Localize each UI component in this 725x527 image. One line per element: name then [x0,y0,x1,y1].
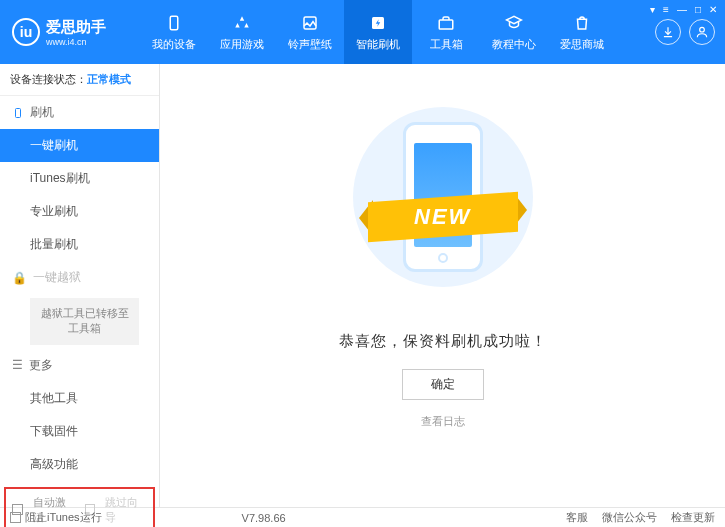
new-badge: NEW [414,204,471,230]
connection-status: 设备连接状态：正常模式 [0,64,159,96]
block-itunes-label: 阻止iTunes运行 [25,510,102,525]
svg-rect-0 [170,16,178,30]
nav-store[interactable]: 爱思商城 [548,0,616,64]
nav-apps[interactable]: 应用游戏 [208,0,276,64]
flash-icon [368,13,388,33]
section-jailbreak: 🔒 一键越狱 [0,261,159,294]
sidebar: 设备连接状态：正常模式 刷机 一键刷机 iTunes刷机 专业刷机 批量刷机 🔒… [0,64,160,507]
logo-icon: iu [12,18,40,46]
nav-my-device[interactable]: 我的设备 [140,0,208,64]
section-more[interactable]: ☰ 更多 [0,349,159,382]
sidebar-item-pro[interactable]: 专业刷机 [0,195,159,228]
nav-ringtones[interactable]: 铃声壁纸 [276,0,344,64]
view-log-link[interactable]: 查看日志 [421,414,465,429]
close-icon[interactable]: ✕ [709,4,717,15]
wallpaper-icon [300,13,320,33]
footer-support[interactable]: 客服 [566,510,588,525]
ok-button[interactable]: 确定 [402,369,484,400]
minimize-icon[interactable]: — [677,4,687,15]
footer-update[interactable]: 检查更新 [671,510,715,525]
svg-point-4 [700,27,705,32]
device-icon [164,13,184,33]
sidebar-item-itunes[interactable]: iTunes刷机 [0,162,159,195]
menu-icon[interactable]: ≡ [663,4,669,15]
download-button[interactable] [655,19,681,45]
svg-rect-5 [16,108,21,117]
nav-toolbox[interactable]: 工具箱 [412,0,480,64]
top-nav: 我的设备 应用游戏 铃声壁纸 智能刷机 工具箱 教程中心 爱思商城 [140,0,655,64]
nav-flash[interactable]: 智能刷机 [344,0,412,64]
phone-icon [12,107,24,119]
sidebar-item-advanced[interactable]: 高级功能 [0,448,159,481]
app-title: 爱思助手 [46,18,106,37]
version: V7.98.66 [242,512,286,524]
toolbox-icon [436,13,456,33]
nav-tutorials[interactable]: 教程中心 [480,0,548,64]
main-content: NEW 恭喜您，保资料刷机成功啦！ 确定 查看日志 [160,64,725,507]
success-illustration: NEW [373,112,513,312]
store-icon [572,13,592,33]
sidebar-item-other[interactable]: 其他工具 [0,382,159,415]
user-button[interactable] [689,19,715,45]
apps-icon [232,13,252,33]
tutorial-icon [504,13,524,33]
more-icon: ☰ [12,358,23,372]
jailbreak-note: 越狱工具已转移至工具箱 [30,298,139,345]
footer-wechat[interactable]: 微信公众号 [602,510,657,525]
block-itunes-checkbox[interactable] [10,512,21,523]
sidebar-item-firmware[interactable]: 下载固件 [0,415,159,448]
svg-rect-3 [439,20,453,29]
header: iu 爱思助手 www.i4.cn 我的设备 应用游戏 铃声壁纸 智能刷机 工具… [0,0,725,64]
app-subtitle: www.i4.cn [46,37,106,47]
logo[interactable]: iu 爱思助手 www.i4.cn [0,18,140,47]
settings-icon[interactable]: ▾ [650,4,655,15]
maximize-icon[interactable]: □ [695,4,701,15]
section-flash[interactable]: 刷机 [0,96,159,129]
sidebar-item-batch[interactable]: 批量刷机 [0,228,159,261]
sidebar-item-oneclick[interactable]: 一键刷机 [0,129,159,162]
lock-icon: 🔒 [12,271,27,285]
success-message: 恭喜您，保资料刷机成功啦！ [339,332,547,351]
